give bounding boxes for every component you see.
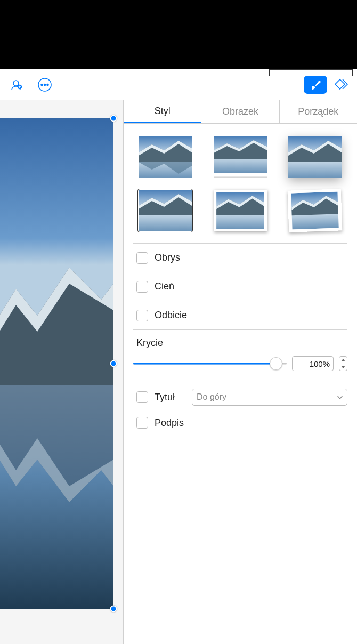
selection-handle[interactable]	[110, 606, 117, 613]
inspector-panel: Styl Obrazek Porządek	[124, 100, 357, 644]
shadow-checkbox[interactable]	[136, 281, 148, 293]
chevron-down-icon	[337, 396, 343, 399]
format-button[interactable]	[304, 76, 327, 94]
title-position-select[interactable]: Do góry	[192, 389, 347, 406]
border-label: Obrys	[155, 252, 180, 263]
style-presets-grid	[124, 124, 357, 243]
style-preset-5[interactable]	[214, 190, 267, 231]
svg-point-3	[41, 84, 43, 85]
stepper-down-icon[interactable]	[339, 364, 347, 371]
style-preset-1[interactable]	[139, 136, 192, 178]
more-icon	[37, 77, 52, 92]
brush-icon	[310, 79, 321, 91]
caption-label: Podpis	[155, 417, 184, 429]
stepper-up-icon[interactable]	[339, 357, 347, 364]
svg-point-4	[44, 84, 46, 85]
title-label: Tytuł	[155, 392, 185, 403]
svg-rect-10	[214, 173, 267, 178]
shadow-label: Cień	[155, 281, 174, 292]
style-preset-6[interactable]	[288, 189, 343, 232]
opacity-stepper[interactable]	[339, 356, 347, 371]
tab-arrange[interactable]: Porządek	[279, 100, 357, 123]
collaborate-button[interactable]	[7, 76, 25, 93]
title-row: Tytuł Do góry	[133, 384, 347, 410]
opacity-value-field[interactable]: 100%	[292, 356, 334, 371]
diamond-icon	[333, 77, 349, 93]
style-preset-2[interactable]	[214, 136, 267, 178]
svg-point-0	[13, 80, 19, 86]
selected-image[interactable]	[0, 118, 113, 609]
organize-button[interactable]	[332, 76, 350, 93]
collaborate-icon	[9, 78, 23, 92]
opacity-section: Krycie 100%	[133, 329, 347, 381]
selection-handle[interactable]	[110, 115, 117, 122]
border-checkbox[interactable]	[136, 252, 148, 264]
style-preset-4[interactable]	[139, 190, 192, 231]
inspector-tabs: Styl Obrazek Porządek	[124, 100, 357, 124]
slider-thumb[interactable]	[270, 357, 282, 370]
opacity-slider[interactable]	[133, 357, 287, 370]
selection-handle[interactable]	[110, 360, 117, 367]
title-position-value: Do góry	[197, 392, 226, 402]
caption-checkbox[interactable]	[136, 417, 148, 429]
more-button[interactable]	[36, 76, 53, 93]
canvas-area[interactable]	[0, 100, 124, 644]
title-checkbox[interactable]	[136, 391, 148, 403]
tab-style[interactable]: Styl	[124, 100, 201, 123]
tab-image[interactable]: Obrazek	[201, 100, 279, 123]
style-preset-3[interactable]	[288, 136, 342, 178]
reflection-row[interactable]: Odbicie	[133, 301, 347, 329]
title-caption-section: Tytuł Do góry Podpis	[133, 381, 347, 441]
reflection-checkbox[interactable]	[136, 310, 148, 321]
border-row[interactable]: Obrys	[133, 243, 347, 272]
reflection-label: Odbicie	[155, 310, 187, 321]
caption-row: Podpis	[133, 410, 347, 436]
opacity-label: Krycie	[136, 337, 347, 349]
svg-point-5	[47, 84, 48, 85]
shadow-row[interactable]: Cień	[133, 272, 347, 301]
